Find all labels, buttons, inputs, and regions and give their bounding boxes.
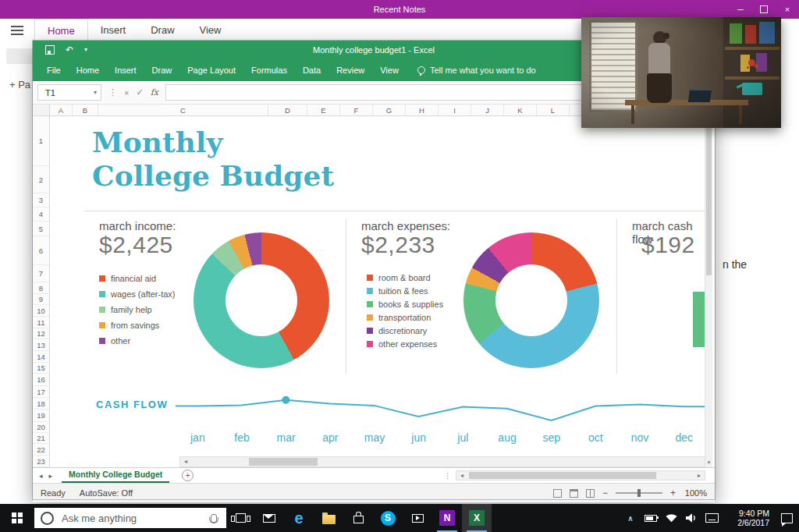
zoom-slider-handle[interactable] xyxy=(637,489,641,497)
row-header-18[interactable]: 18 xyxy=(33,398,49,410)
keyboard-button[interactable] xyxy=(702,504,721,532)
row-header-13[interactable]: 13 xyxy=(33,339,49,351)
worksheet[interactable]: 1234567891011121314151617181920212223 Mo… xyxy=(33,116,715,467)
microphone-icon[interactable] xyxy=(211,514,217,523)
qat-dropdown-icon[interactable]: ▾ xyxy=(84,47,87,53)
column-header-L[interactable]: L xyxy=(537,105,570,115)
minimize-button[interactable]: ─ xyxy=(729,0,752,19)
sheet-tab[interactable]: Monthly College Budget xyxy=(62,468,169,483)
action-center-button[interactable] xyxy=(777,504,796,532)
column-header-D[interactable]: D xyxy=(268,105,307,115)
video-overlay[interactable] xyxy=(581,17,781,128)
row-header-17[interactable]: 17 xyxy=(33,386,49,398)
cortana-search-box[interactable] xyxy=(34,508,226,528)
row-header-16[interactable]: 16 xyxy=(33,374,49,386)
excel-ribbon-tab-file[interactable]: File xyxy=(39,59,69,81)
cancel-icon[interactable]: × xyxy=(124,88,129,98)
row-header-22[interactable]: 22 xyxy=(33,444,49,456)
expenses-donut-chart[interactable] xyxy=(463,232,599,368)
column-header-F[interactable]: F xyxy=(340,105,373,115)
column-header-G[interactable]: G xyxy=(373,105,406,115)
taskbar-app-excel[interactable]: X xyxy=(462,504,492,532)
select-all-corner[interactable] xyxy=(33,105,50,115)
row-header-14[interactable]: 14 xyxy=(33,351,49,363)
hidden-icons-button[interactable]: ∧ xyxy=(621,504,640,532)
scroll-left-icon[interactable]: ◂ xyxy=(180,457,191,466)
restore-button[interactable] xyxy=(752,0,776,19)
close-button[interactable]: × xyxy=(776,0,799,19)
save-icon[interactable] xyxy=(45,45,55,55)
sheet-nav-right-icon[interactable]: ▸ xyxy=(49,472,53,480)
excel-ribbon-tab-view[interactable]: View xyxy=(372,59,407,81)
column-header-H[interactable]: H xyxy=(406,105,439,115)
undo-icon[interactable]: ↶ xyxy=(66,45,73,55)
onenote-tab-view[interactable]: View xyxy=(187,19,234,42)
excel-ribbon-tab-page-layout[interactable]: Page Layout xyxy=(179,59,243,81)
zoom-out-button[interactable]: − xyxy=(602,488,608,498)
income-donut-chart[interactable] xyxy=(194,232,329,368)
sheet-nav-left-icon[interactable]: ◂ xyxy=(39,472,43,480)
battery-button[interactable] xyxy=(641,504,660,532)
row-header-12[interactable]: 12 xyxy=(33,328,49,339)
excel-ribbon-tab-draw[interactable]: Draw xyxy=(144,59,180,81)
taskbar-app-skype[interactable]: S xyxy=(373,504,403,532)
formula-options-icon[interactable]: ⋮ xyxy=(108,87,117,98)
taskbar-app-store[interactable] xyxy=(343,504,373,532)
insert-function-icon[interactable]: fx xyxy=(151,87,158,98)
zoom-slider[interactable] xyxy=(616,492,662,494)
status-autosave[interactable]: AutoSave: Off xyxy=(80,488,133,498)
tabbar-ellipsis-icon[interactable]: ⋮ xyxy=(444,472,451,480)
onenote-tab-insert[interactable]: Insert xyxy=(88,19,139,42)
zoom-in-button[interactable]: + xyxy=(670,488,676,498)
taskbar-app-mail[interactable] xyxy=(254,504,284,532)
taskbar-app-movies[interactable] xyxy=(403,504,432,532)
onenote-tab-home[interactable]: Home xyxy=(34,19,88,42)
row-header-7[interactable]: 7 xyxy=(33,265,49,282)
hamburger-menu-icon[interactable] xyxy=(11,26,23,35)
row-header-23[interactable]: 23 xyxy=(33,456,49,467)
name-box[interactable]: T1 ▾ xyxy=(37,84,101,101)
row-header-5[interactable]: 5 xyxy=(33,222,49,236)
scrollbar-thumb[interactable] xyxy=(706,127,712,275)
excel-ribbon-tab-formulas[interactable]: Formulas xyxy=(243,59,295,81)
scrollbar-thumb[interactable] xyxy=(249,458,318,466)
row-header-6[interactable]: 6 xyxy=(33,236,49,265)
clock[interactable]: 9:40 PM 2/6/2017 xyxy=(723,509,776,527)
column-header-I[interactable]: I xyxy=(439,105,471,115)
column-header-C[interactable]: C xyxy=(98,105,268,115)
taskbar-app-onenote[interactable]: N xyxy=(432,504,462,532)
row-header-3[interactable]: 3 xyxy=(33,193,49,207)
horizontal-scrollbar[interactable]: ◂ ▸ xyxy=(456,470,705,481)
excel-ribbon-tab-data[interactable]: Data xyxy=(295,59,328,81)
zoom-level[interactable]: 100% xyxy=(684,488,707,498)
name-box-dropdown-icon[interactable]: ▾ xyxy=(94,89,97,96)
column-header-A[interactable]: A xyxy=(50,105,73,115)
column-header-B[interactable]: B xyxy=(73,105,98,115)
scroll-left-icon[interactable]: ◂ xyxy=(456,471,467,481)
task-view-button[interactable] xyxy=(226,504,254,532)
page-layout-view-icon[interactable] xyxy=(570,489,578,498)
scroll-right-icon[interactable]: ▸ xyxy=(694,471,705,481)
row-header-20[interactable]: 20 xyxy=(33,422,49,433)
page-break-view-icon[interactable] xyxy=(586,489,595,498)
start-button[interactable] xyxy=(0,504,34,532)
scrollbar-thumb[interactable] xyxy=(469,472,656,479)
excel-ribbon-tab-home[interactable]: Home xyxy=(69,59,107,81)
new-sheet-button[interactable]: + xyxy=(182,470,194,481)
row-header-9[interactable]: 9 xyxy=(33,294,49,305)
row-header-19[interactable]: 19 xyxy=(33,410,49,422)
row-header-11[interactable]: 11 xyxy=(33,317,49,328)
row-header-1[interactable]: 1 xyxy=(33,116,49,166)
tell-me-box[interactable]: Tell me what you want to do xyxy=(417,66,536,75)
row-header-4[interactable]: 4 xyxy=(33,207,49,222)
scroll-down-icon[interactable]: ▾ xyxy=(708,458,711,467)
row-header-2[interactable]: 2 xyxy=(33,166,49,193)
enter-icon[interactable]: ✓ xyxy=(136,87,143,98)
row-header-15[interactable]: 15 xyxy=(33,363,49,374)
column-header-J[interactable]: J xyxy=(471,105,504,115)
row-header-8[interactable]: 8 xyxy=(33,282,49,294)
excel-ribbon-tab-insert[interactable]: Insert xyxy=(107,59,144,81)
column-header-K[interactable]: K xyxy=(504,105,537,115)
excel-ribbon-tab-review[interactable]: Review xyxy=(328,59,372,81)
cashflow-line-chart[interactable] xyxy=(176,394,706,428)
